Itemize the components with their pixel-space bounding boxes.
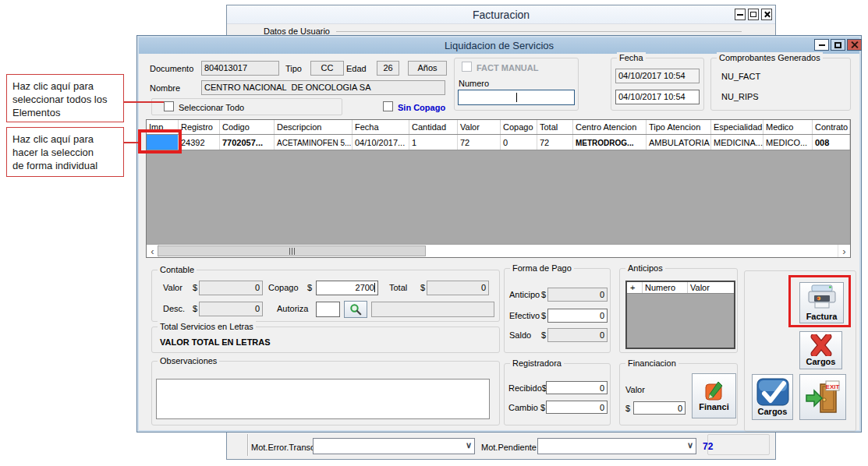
grid-horizontal-scrollbar[interactable]: ‹ › [147, 244, 850, 257]
col-codigo[interactable]: Codigo [220, 120, 275, 134]
anticipos-col-numero[interactable]: Numero [643, 282, 688, 293]
search-icon [349, 303, 362, 316]
callout-individual: Haz clic aquí para hacer la seleccion de… [6, 127, 124, 177]
cell-contrato[interactable]: 008 [813, 135, 850, 150]
letras-group-title: Total Servicios en Letras [158, 321, 256, 332]
text-cursor [374, 283, 375, 292]
registradora-group-title: Registradora [510, 358, 564, 369]
table-row[interactable]: 24392 7702057... ACETAMINOFEN 5... 04/10… [147, 135, 850, 150]
autoriza-descripcion-field[interactable] [371, 302, 494, 317]
financiar-button[interactable]: Financi [692, 373, 736, 418]
col-medico[interactable]: Medico [763, 120, 813, 134]
cell-centro-atencion[interactable]: METRODROG... [573, 135, 647, 150]
col-fecha[interactable]: Fecha [353, 120, 409, 134]
documento-label: Documento [150, 64, 193, 74]
dollar-sign: $ [420, 283, 425, 292]
numero-field[interactable] [458, 90, 575, 105]
cell-medico[interactable]: MEDICO... [763, 135, 813, 150]
cancelar-cargos-label: Cargos [806, 357, 836, 366]
cell-total[interactable]: 72 [537, 135, 573, 150]
cambio-label: Cambio$ [508, 403, 545, 412]
dialog-maximize-button[interactable] [831, 39, 845, 51]
contable-group-title: Contable [158, 264, 197, 275]
copago-word: Copago [268, 283, 299, 292]
mot-error-label: Mot.Error.Transcr [251, 443, 317, 453]
edad-field[interactable]: 26 [377, 61, 399, 76]
chevron-down-icon[interactable]: ∨ [466, 440, 472, 450]
tipo-field[interactable]: CC [310, 61, 344, 76]
aceptar-cargos-button[interactable]: Cargos [752, 374, 793, 420]
cell-fecha[interactable]: 04/10/2017... [353, 135, 409, 150]
sin-copago-checkbox[interactable] [383, 101, 393, 111]
col-descripcion[interactable]: Descripcion [275, 120, 353, 134]
autoriza-search-button[interactable] [344, 301, 367, 318]
efectivo-field[interactable]: 0 [547, 309, 608, 323]
autoriza-field[interactable] [316, 302, 340, 317]
col-registro[interactable]: Registro [179, 120, 220, 134]
dialog-close-button[interactable] [847, 39, 862, 51]
anticipos-col-valor[interactable]: Valor [688, 282, 734, 293]
valor-field[interactable]: 0 [199, 281, 263, 295]
red-x-icon [808, 334, 834, 356]
callout-select-all: Haz clic aquí para seleccionar todos los… [6, 74, 124, 122]
descuento-field[interactable]: 0 [199, 302, 263, 316]
dollar-sign: $ [307, 283, 312, 292]
col-especialidad[interactable]: Especialidad [711, 120, 763, 134]
financiacion-group: Financiacion Valor $ 0 Financi [619, 363, 738, 425]
fact-manual-checkbox[interactable] [462, 62, 472, 72]
observaciones-textarea[interactable] [156, 379, 490, 419]
efectivo-word: Efectivo [509, 311, 540, 320]
col-contrato[interactable]: Contrato [813, 120, 850, 134]
anticipo-field[interactable]: 0 [547, 288, 608, 302]
documento-field[interactable]: 804013017 [201, 61, 279, 76]
cell-valor[interactable]: 72 [458, 135, 501, 150]
cell-copago[interactable]: 0 [501, 135, 537, 150]
cambio-field[interactable]: 0 [546, 401, 608, 414]
recibido-word: Recibido [508, 383, 542, 393]
cell-descripcion[interactable]: ACETAMINOFEN 5... [275, 135, 353, 150]
col-total[interactable]: Total [537, 120, 573, 134]
fecha-fin-field[interactable]: 04/10/2017 10:54 [615, 90, 700, 104]
facturacion-close-button[interactable] [761, 9, 772, 20]
desc-label: Desc.$ [163, 304, 197, 313]
cell-tipo-atencion[interactable]: AMBULATORIA [647, 135, 711, 150]
dialog-titlebar[interactable]: Liquidacion de Servicios [139, 37, 859, 54]
col-valor[interactable]: Valor [458, 120, 501, 134]
saldo-field[interactable]: 0 [547, 328, 608, 342]
anticipos-col-add[interactable]: + [627, 282, 643, 293]
fecha-group: Fecha 04/10/2017 10:54 04/10/2017 10:54 [611, 58, 704, 111]
scroll-right-icon[interactable]: › [838, 245, 850, 257]
cell-codigo[interactable]: 7702057... [220, 135, 275, 150]
exit-button[interactable]: EXIT [799, 374, 846, 420]
seleccionar-todo-checkbox[interactable] [164, 101, 174, 111]
cell-especialidad[interactable]: MEDICINA... [711, 135, 763, 150]
facturacion-titlebar[interactable]: Facturacion [227, 5, 775, 24]
contable-group: Contable Valor$ 0 Copago$ 2700 Total$ 0 … [151, 270, 500, 322]
liquidacion-dialog: Liquidacion de Servicios Documento 80401… [136, 35, 862, 432]
letras-value: VALOR TOTAL EN LETRAS [160, 337, 271, 348]
text-cursor [516, 93, 517, 102]
col-cantidad[interactable]: Cantidad [409, 120, 458, 134]
nombre-field[interactable]: CENTRO NACIONAL DE ONCOLOGIA SA [201, 80, 445, 95]
valor-label: Valor$ [163, 283, 197, 292]
cell-cantidad[interactable]: 1 [409, 135, 458, 150]
col-centro-atencion[interactable]: Centro Atencion [573, 120, 647, 134]
col-copago[interactable]: Copago [501, 120, 537, 134]
dialog-minimize-button[interactable] [814, 39, 829, 51]
mot-pendiente-dropdown[interactable]: ∨ [537, 438, 696, 454]
recibido-field[interactable]: 0 [546, 381, 608, 394]
scrollbar-thumb[interactable] [158, 245, 426, 256]
col-tipo-atencion[interactable]: Tipo Atencion [647, 120, 711, 134]
fecha-inicio-field[interactable]: 04/10/2017 10:54 [615, 69, 700, 83]
cell-registro[interactable]: 24392 [179, 135, 220, 150]
copago-field[interactable]: 2700 [316, 281, 378, 295]
financiacion-valor-label: Valor [625, 385, 645, 395]
total-field[interactable]: 0 [427, 281, 489, 295]
chevron-down-icon[interactable]: ∨ [687, 440, 693, 450]
anos-box[interactable]: Años [408, 61, 447, 76]
facturacion-minimize-button[interactable] [735, 9, 746, 20]
mot-error-dropdown[interactable]: ∨ [313, 438, 475, 454]
cancelar-cargos-button[interactable]: Cargos [799, 331, 842, 369]
facturacion-maximize-button[interactable] [748, 9, 759, 20]
financiacion-valor-field[interactable]: 0 [633, 401, 686, 415]
